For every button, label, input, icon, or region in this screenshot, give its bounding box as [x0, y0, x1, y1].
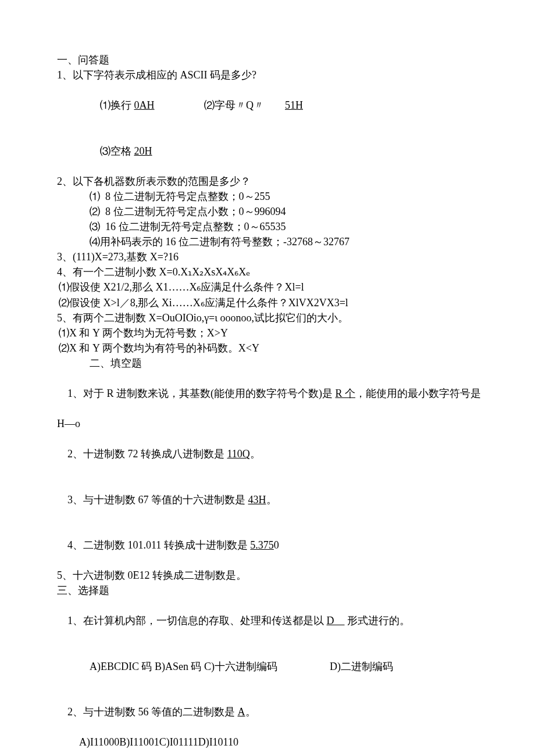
spacer [264, 99, 285, 111]
section-3-title: 三、选择题 [57, 583, 484, 598]
b1-a: 1、对于 R 进制数来说，其基数(能使用的数字符号个数)是 [67, 388, 336, 399]
q1-3-ans: 20H [134, 145, 152, 157]
q4-1: ⑴假设使 X21/2,那么 X1……X₆应满足什么条件？Xl=l [57, 280, 484, 295]
c2-ans: A [238, 706, 245, 718]
q1-1-ans: 0AH [134, 99, 155, 111]
choice-3: 3、十进制数 59 转换成八进制数是 A° [57, 750, 484, 756]
blank-3: 3、与十进制数 67 等值的十六进制数是 43H。 [57, 477, 484, 522]
c1-opts-d: D)二进制编码 [330, 661, 393, 672]
b3-ans: 43H [248, 494, 266, 506]
blank-1: 1、对于 R 进制数来说，其基数(能使用的数字符号个数)是 R 个，能使用的最小… [57, 371, 484, 416]
choice-1: 1、在计算机内部，一切信息的存取、处理和传送都是以 D 形式进行的。 [57, 598, 484, 643]
b2-a: 2、十进制数 72 转换成八进制数是 [67, 448, 227, 460]
b4-ans: 5.375 [250, 539, 274, 551]
c1-a: 1、在计算机内部，一切信息的存取、处理和传送都是以 [67, 615, 327, 626]
c1-ans: D [327, 615, 345, 626]
q5-1: ⑴X 和 Y 两个数均为无符号数；X>Y [57, 325, 484, 341]
section-1-title: 一、问答题 [57, 52, 484, 67]
b3-c: 。 [266, 494, 277, 506]
choice-2-opts: A)I11000B)I11001C)I01111D)I10110 [57, 734, 484, 750]
q5: 5、有两个二进制数 X=OuOIOio,γ=ι ooonoo,试比拟它们的大小。 [57, 310, 484, 325]
c2-c: 。 [245, 706, 256, 718]
q1-2-ans: 51H [285, 99, 303, 111]
q1-3-text: ⑶空格 [100, 145, 134, 157]
q1-options-row2: ⑶空格 20H [57, 128, 484, 173]
blank-4: 4、二进制数 101.011 转换成十进制数是 5.3750 [57, 522, 484, 568]
b2-c: 。 [250, 448, 261, 460]
q1-options-row1: ⑴换行 0AH ⑵字母〃Q〃 51H [57, 83, 484, 128]
q5-2: ⑵X 和 Y 两个数均为有符号的补码数。X<Y [57, 341, 484, 356]
q4-2: ⑵假设使 X>l／8,那么 Xi……X₆应满足什么条件？XlVX2VX3=l [57, 295, 484, 310]
q2-4: ⑷用补码表示的 16 位二进制有符号整数；-32768～32767 [57, 234, 484, 249]
q1: 1、以下字符表示成相应的 ASCII 码是多少? [57, 67, 484, 83]
q4: 4、有一个二进制小数 X=0.X₁X₂XsX₄X₆Xₑ [57, 264, 484, 280]
q1-2-text: ⑵字母〃Q〃 [204, 99, 264, 111]
section-2-title: 二、填空题 [57, 356, 484, 371]
q3: 3、(111)X=273,基数 X=?16 [57, 249, 484, 264]
q2-3: ⑶ 16 位二进制无符号定点整数；0～65535 [57, 219, 484, 234]
choice-1-opts: A)EBCDIC 码 B)ASen 码 C)十六进制编码 D)二进制编码 [57, 644, 484, 689]
b2-ans: 110Q [227, 448, 250, 460]
b1-c: ，能使用的最小数字符号是 [355, 388, 481, 399]
blank-5: 5、十六进制数 0E12 转换成二进制数是。 [57, 568, 484, 583]
blank-2: 2、十进制数 72 转换成八进制数是 110Q。 [57, 431, 484, 476]
q1-1-text: ⑴换行 [100, 99, 134, 111]
c1-opts-a: A)EBCDIC 码 B)ASen 码 C)十六进制编码 [90, 661, 277, 672]
choice-2: 2、与十进制数 56 等值的二进制数是 A。 [57, 689, 484, 734]
b1-ans: R 个 [336, 388, 356, 399]
q2-2: ⑵ 8 位二进制无符号定点小数；0～996094 [57, 204, 484, 219]
b3-a: 3、与十进制数 67 等值的十六进制数是 [67, 494, 248, 506]
b4-c: 0 [274, 539, 279, 551]
b4-a: 4、二进制数 101.011 转换成十进制数是 [67, 539, 250, 551]
q2-1: ⑴ 8 位二进制无符号定点整数；0～255 [57, 189, 484, 204]
spacer [155, 99, 205, 111]
blank-1-cont: H—o [57, 416, 484, 431]
document-page: 一、问答题 1、以下字符表示成相应的 ASCII 码是多少? ⑴换行 0AH ⑵… [0, 0, 535, 756]
c1-c: 形式进行的。 [345, 615, 411, 626]
c2-a: 2、与十进制数 56 等值的二进制数是 [67, 706, 238, 718]
q2: 2、以下各机器数所表示数的范围是多少？ [57, 174, 484, 189]
spacer [277, 661, 330, 672]
